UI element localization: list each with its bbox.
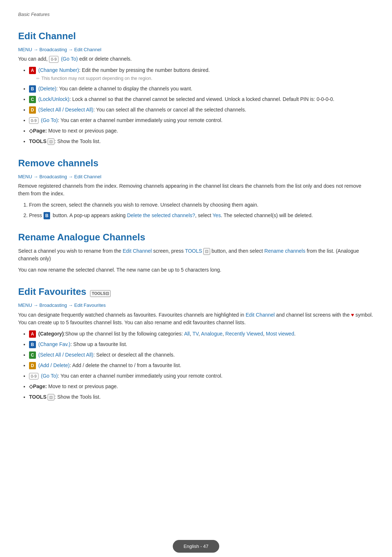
edit-channel-intro: You can add, 0-9 (Go To) edit or delete …: [18, 55, 374, 63]
menu-path-text: MENU → Broadcasting → Edit Channel: [18, 47, 101, 52]
list-item: ◇Page: Move to next or previous page.: [29, 383, 374, 390]
menu-path-remove-channels: MENU → Broadcasting → Edit Channel: [18, 173, 374, 180]
go-to-link: (Go To): [61, 56, 78, 62]
list-item: A (Category):Show up the channel list by…: [29, 330, 374, 338]
menu-path-edit-channel: MENU → Broadcasting → Edit Channel: [18, 46, 374, 53]
red-button-a-fav: A: [29, 330, 36, 338]
list-item: 0-9 (Go To): You can enter a channel num…: [29, 372, 374, 380]
section-title-rename-analogue: Rename Analogue Channels: [18, 230, 374, 244]
list-item: TOOLS⊡: Show the Tools list.: [29, 393, 374, 401]
tools-badge-3: ⊡: [48, 394, 54, 401]
remote-09-badge: 0-9: [49, 56, 58, 63]
analogue-link: Analogue: [201, 331, 222, 337]
go-to-link-fav: (Go To): [41, 373, 58, 379]
section-title-edit-channel: Edit Channel: [18, 29, 374, 43]
tools-link: TOOLS: [185, 248, 202, 254]
page-section-label: Basic Features: [18, 11, 374, 18]
tools-label-fav: TOOLS: [29, 394, 46, 400]
heart-symbol: ♥: [351, 312, 354, 318]
remove-channels-intro: Remove registered channels from the inde…: [18, 182, 374, 198]
list-item: D (Select All / Deselect All): You can s…: [29, 106, 374, 114]
red-button-a: A: [29, 67, 36, 74]
category-label: (Category): [38, 331, 64, 337]
add-delete-link: (Add / Delete): [38, 362, 70, 368]
tools-label: TOOLS: [29, 138, 46, 144]
list-item: B (Delete): You can delete a channel to …: [29, 85, 374, 93]
tools-badge-fav: TOOLS⊡: [90, 290, 111, 297]
lock-unlock-link: (Lock/Unlock): [38, 96, 70, 102]
rename-analogue-body2: You can now rename the selected channel.…: [18, 266, 374, 274]
menu-path-fav-text: MENU → Broadcasting → Edit Favourites: [18, 302, 106, 308]
delete-selected-link: Delete the selected channels?: [127, 212, 195, 218]
edit-favourites-list: A (Category):Show up the channel list by…: [18, 330, 374, 401]
list-item: B (Change Fav.): Show up a favourite lis…: [29, 341, 374, 348]
menu-path-remove-text: MENU → Broadcasting → Edit Channel: [18, 174, 101, 179]
remote-09-badge-fav: 0-9: [29, 373, 38, 380]
blue-button-b: B: [29, 85, 36, 93]
section-title-edit-favourites: Edit Favourites TOOLS⊡: [18, 285, 374, 299]
list-item: TOOLS⊡: Show the Tools list.: [29, 138, 374, 145]
tools-badge: ⊡: [48, 138, 54, 145]
list-item: 0-9 (Go To): You can enter a channel num…: [29, 117, 374, 124]
green-button-c: C: [29, 96, 36, 103]
remove-channels-list: From the screen, select the channels you…: [18, 201, 374, 219]
list-item: A (Change Number): Edit the number by pr…: [29, 66, 374, 82]
edit-channel-link-fav: Edit Channel: [246, 312, 275, 318]
all-link: All: [184, 331, 190, 337]
list-item: D (Add / Delete): Add / delete the chann…: [29, 362, 374, 369]
edit-favourites-intro: You can designate frequently watched cha…: [18, 311, 374, 326]
rename-channels-link: Rename channels: [264, 248, 305, 254]
page-label-fav: ◇Page:: [29, 383, 47, 389]
menu-path-edit-favourites: MENU → Broadcasting → Edit Favourites: [18, 302, 374, 309]
list-item: C (Select All / Deselect All): Select or…: [29, 351, 374, 359]
yellow-button-d-fav: D: [29, 362, 36, 369]
note-change-number: This function may not support depending …: [29, 75, 374, 82]
go-to-link-2: (Go To): [41, 117, 58, 123]
tools-badge-2: ⊡: [203, 248, 210, 255]
rename-analogue-body1: Select a channel you wish to rename from…: [18, 247, 374, 263]
section-title-remove-channels: Remove channels: [18, 156, 374, 170]
tv-link: TV: [192, 331, 199, 337]
yellow-button-d: D: [29, 106, 36, 114]
blue-button-b-remove: B: [44, 212, 50, 219]
list-item: Press B button. A pop-up appears asking …: [29, 212, 374, 219]
select-all-link: (Select All / Deselect All): [38, 107, 94, 113]
change-number-link: (Change Number): [38, 67, 79, 73]
list-item: From the screen, select the channels you…: [29, 201, 374, 209]
list-item: ◇Page: Move to next or previous page.: [29, 127, 374, 135]
edit-channel-list: A (Change Number): Edit the number by pr…: [18, 66, 374, 145]
most-viewed-link: Most viewed: [266, 331, 294, 337]
yes-link: Yes: [213, 212, 221, 218]
change-fav-link: (Change Fav.): [38, 341, 70, 347]
list-item: C (Lock/Unlock): Lock a channel so that …: [29, 95, 374, 103]
page-label: ◇Page:: [29, 128, 47, 134]
recently-viewed-link: Recently Viewed: [225, 331, 263, 337]
remote-09-badge-2: 0-9: [29, 117, 38, 124]
blue-button-b-fav: B: [29, 341, 36, 348]
green-button-c-fav: C: [29, 351, 36, 359]
delete-link: (Delete): [38, 86, 57, 92]
select-all-fav-link: (Select All / Deselect All): [38, 352, 94, 358]
edit-channel-link: Edit Channel: [123, 248, 152, 254]
